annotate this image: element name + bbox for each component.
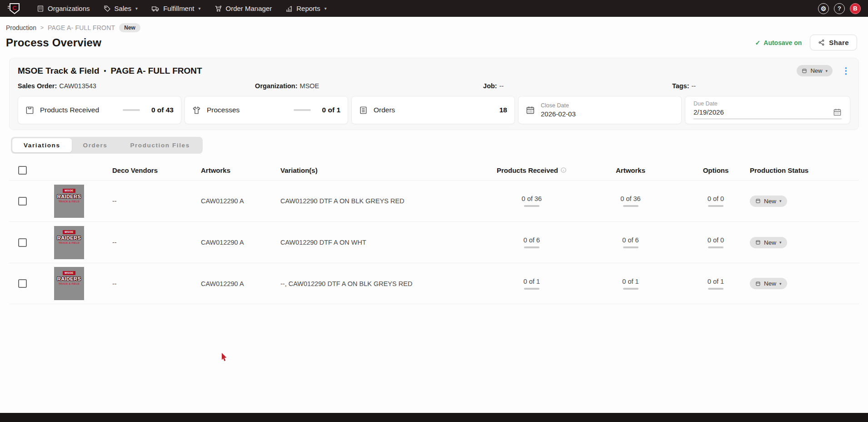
- thumb-text: MSOE: [63, 271, 75, 275]
- user-avatar[interactable]: B: [850, 3, 861, 14]
- row-status-dropdown[interactable]: New ▾: [750, 278, 787, 289]
- view-tabs: Variations Orders Production Files: [11, 137, 203, 154]
- cell-deco-vendors: --: [102, 197, 191, 205]
- cell-artworks-count: 0 of 1: [579, 278, 682, 290]
- nav-item-reports[interactable]: Reports ▾: [279, 0, 334, 17]
- nav-item-sales[interactable]: Sales ▾: [97, 0, 145, 17]
- table-row: MSOE RAIDERS TRACK & FIELD -- CAW012290 …: [9, 263, 859, 304]
- row-status-label: New: [764, 280, 776, 287]
- cell-artworks: CAW012290 A: [191, 239, 270, 246]
- close-date-value: 2026-02-03: [541, 110, 576, 118]
- variation-thumbnail[interactable]: MSOE RAIDERS TRACK & FIELD: [54, 226, 84, 259]
- title-dot: •: [104, 67, 106, 75]
- row-status-label: New: [764, 239, 776, 246]
- column-header-artworks: Artworks: [191, 166, 270, 174]
- chevron-down-icon: ▾: [779, 240, 782, 245]
- row-checkbox[interactable]: [18, 279, 27, 288]
- stat-orders: Orders 18: [351, 96, 515, 124]
- chevron-down-icon: ▾: [324, 6, 327, 11]
- progress-bar: [623, 205, 639, 207]
- page-title: Process Overview: [6, 36, 101, 49]
- thumb-text: RAIDERS: [57, 194, 81, 199]
- progress-bar: [623, 288, 639, 290]
- svg-text:C: C: [12, 5, 17, 11]
- stat-value: 0 of 43: [151, 106, 174, 114]
- variation-thumbnail[interactable]: MSOE RAIDERS TRACK & FIELD: [54, 267, 84, 300]
- tab-production-files[interactable]: Production Files: [119, 138, 201, 152]
- kebab-menu-icon[interactable]: ⋮: [842, 66, 850, 75]
- nav-item-fulfillment[interactable]: Fulfillment ▾: [145, 0, 207, 17]
- close-date-label: Close Date: [541, 102, 576, 109]
- tag-icon: [104, 5, 111, 12]
- mouse-cursor: [221, 353, 228, 363]
- count-value: 0 of 0: [708, 236, 724, 244]
- progress-bar: [623, 246, 639, 248]
- stat-products-received: Products Received 0 of 43: [18, 96, 181, 124]
- stat-label: Orders: [374, 106, 395, 114]
- bottom-bar: [0, 413, 868, 422]
- info-icon[interactable]: [560, 167, 567, 173]
- share-button[interactable]: Share: [810, 35, 857, 50]
- help-button[interactable]: ?: [834, 3, 845, 14]
- stats-row: Products Received 0 of 43 Processes 0 of…: [18, 96, 850, 124]
- row-checkbox[interactable]: [18, 238, 27, 247]
- list-icon: [359, 106, 368, 115]
- autosave-indicator: ✓ Autosave on: [755, 39, 802, 46]
- column-header-label: Products Received: [497, 166, 558, 174]
- autosave-label: Autosave on: [763, 39, 802, 46]
- breadcrumb-production[interactable]: Production: [6, 24, 36, 31]
- count-value: 0 of 6: [524, 236, 540, 244]
- stat-due-date: Due Date 2/19/2026: [685, 96, 850, 124]
- settings-button[interactable]: ⚙: [818, 3, 829, 14]
- row-checkbox[interactable]: [18, 197, 27, 206]
- cell-variations: --, CAW012290 DTF A ON BLK GREYS RED: [270, 280, 484, 287]
- thumb-text: MSOE: [63, 189, 75, 193]
- table-row: MSOE RAIDERS TRACK & FIELD -- CAW012290 …: [9, 180, 859, 221]
- share-label: Share: [829, 39, 849, 46]
- stat-close-date: Close Date 2026-02-03: [518, 96, 682, 124]
- nav-item-organizations[interactable]: Organizations: [30, 0, 97, 17]
- thumb-text: MSOE: [63, 230, 75, 234]
- column-header-deco-vendors: Deco Vendors: [102, 166, 191, 174]
- clipboard-icon: [755, 281, 761, 286]
- count-value: 0 of 36: [522, 195, 542, 202]
- app-logo[interactable]: C: [7, 2, 21, 15]
- nav-right-controls: ⚙ ? B: [818, 3, 861, 14]
- calendar-icon[interactable]: [833, 108, 842, 116]
- row-status-dropdown[interactable]: New ▾: [750, 196, 787, 207]
- breadcrumb: Production > PAGE A- FULL FRONT New: [6, 23, 857, 32]
- due-date-label: Due Date: [693, 100, 842, 107]
- thumb-text: RAIDERS: [57, 276, 81, 281]
- thumb-text: TRACK & FIELD: [59, 241, 80, 244]
- column-header-production-status: Production Status: [750, 166, 859, 174]
- cell-artworks-count: 0 of 6: [579, 236, 682, 248]
- tab-variations[interactable]: Variations: [12, 138, 72, 152]
- job-status-dropdown[interactable]: New ▾: [797, 65, 833, 76]
- meta-organization: Organization:MSOE: [255, 82, 483, 90]
- bar-chart-icon: [285, 5, 293, 12]
- count-value: 0 of 1: [524, 278, 540, 285]
- job-meta-row: Sales Order:CAW013543 Organization:MSOE …: [18, 82, 850, 90]
- count-value: 0 of 1: [708, 278, 724, 285]
- check-icon: ✓: [755, 39, 761, 46]
- meta-value: MSOE: [300, 82, 319, 90]
- meta-value: --: [499, 82, 504, 90]
- column-header-products-received: Products Received: [484, 166, 579, 174]
- row-status-label: New: [764, 198, 776, 205]
- progress-bar: [708, 288, 723, 290]
- progress-bar: [708, 246, 723, 248]
- select-all-checkbox[interactable]: [18, 166, 27, 175]
- due-date-field[interactable]: 2/19/2026: [693, 107, 842, 119]
- table-header-row: Deco Vendors Artworks Variation(s) Produ…: [9, 160, 859, 180]
- meta-value: --: [692, 82, 696, 90]
- job-status-label: New: [810, 67, 822, 74]
- variations-table: Deco Vendors Artworks Variation(s) Produ…: [9, 160, 859, 304]
- nav-item-order-manager[interactable]: Order Manager: [208, 0, 279, 17]
- row-status-dropdown[interactable]: New ▾: [750, 237, 787, 248]
- nav-item-label: Reports: [296, 5, 320, 12]
- stat-processes: Processes 0 of 1: [185, 96, 348, 124]
- clipboard-icon: [802, 68, 807, 74]
- tab-orders[interactable]: Orders: [72, 138, 119, 152]
- cursor-icon: [221, 353, 228, 362]
- variation-thumbnail[interactable]: MSOE RAIDERS TRACK & FIELD: [54, 185, 84, 218]
